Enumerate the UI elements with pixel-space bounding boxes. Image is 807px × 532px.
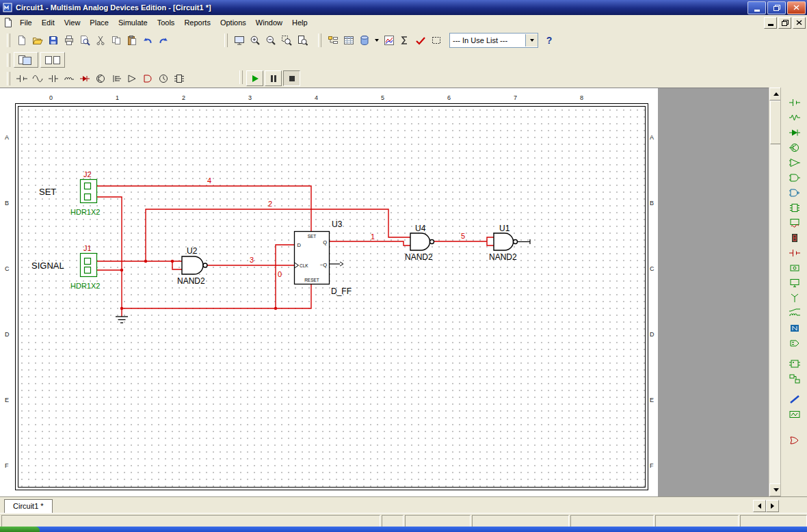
virtual-opamp-button[interactable] <box>124 71 140 86</box>
component-u2[interactable]: U2 NAND2 <box>177 246 207 286</box>
place-bus-button[interactable] <box>786 393 803 406</box>
net-label-0[interactable]: 0 <box>278 270 282 278</box>
virtual-power-source-button[interactable] <box>14 71 29 86</box>
copy-button[interactable] <box>108 33 124 48</box>
component-u4[interactable]: U4 NAND2 <box>405 224 434 262</box>
refdes-j1[interactable]: J1 <box>83 244 92 252</box>
mdi-restore-button[interactable] <box>778 17 791 29</box>
menu-tools[interactable]: Tools <box>153 16 180 29</box>
virtual-signal-source-button[interactable] <box>29 71 45 86</box>
zoom-in-button[interactable] <box>247 33 263 48</box>
grapher-button[interactable] <box>381 33 397 48</box>
database-manager-button[interactable] <box>356 33 372 48</box>
paste-button[interactable] <box>124 33 140 48</box>
place-indicator-button[interactable] <box>786 231 803 245</box>
place-diode-button[interactable] <box>786 126 803 139</box>
menu-window[interactable]: Window <box>251 16 287 29</box>
schematic-canvas[interactable]: 0 1 2 3 4 5 6 7 8 A B C D E F A B C D E … <box>0 88 769 497</box>
zoom-out-button[interactable] <box>263 33 278 48</box>
virtual-capacitor-button[interactable] <box>45 71 61 86</box>
minimize-button[interactable] <box>748 1 766 14</box>
place-transistor-button[interactable] <box>786 141 803 155</box>
part-label-u3[interactable]: D_FF <box>331 287 352 296</box>
show-design-toolbox-button[interactable] <box>14 52 38 68</box>
print-button[interactable] <box>61 33 77 48</box>
scroll-left-button[interactable] <box>753 500 766 512</box>
net-label-3[interactable]: 3 <box>250 256 254 264</box>
split-view-button[interactable] <box>40 52 65 68</box>
vertical-scrollbar[interactable] <box>769 88 781 496</box>
undo-button[interactable] <box>140 33 155 48</box>
refdes-u1[interactable]: U1 <box>499 224 510 233</box>
wire-net-4[interactable] <box>96 186 311 231</box>
in-use-list-combobox[interactable]: --- In Use List --- <box>449 33 538 48</box>
place-misc-button[interactable] <box>786 261 803 275</box>
menu-simulate[interactable]: Simulate <box>114 16 153 29</box>
wire-net-1[interactable] <box>330 241 410 245</box>
mdi-close-button[interactable] <box>793 17 806 29</box>
place-cmos-button[interactable] <box>786 186 803 200</box>
print-preview-button[interactable] <box>77 33 92 48</box>
label-signal[interactable]: SIGNAL <box>31 261 64 271</box>
place-misc-digital-button[interactable] <box>786 201 803 215</box>
wire-reset-to-ground[interactable] <box>122 284 311 308</box>
toolbar-grip[interactable] <box>7 53 10 67</box>
logic-converter-button[interactable] <box>786 434 803 447</box>
place-advanced-peripherals-button[interactable] <box>786 276 803 290</box>
toolbar-grip[interactable] <box>239 70 243 84</box>
wire-u2-input-tie[interactable] <box>172 261 182 269</box>
zoom-area-button[interactable] <box>278 33 294 48</box>
virtual-ic-button[interactable] <box>171 71 187 86</box>
component-u3[interactable]: SET D Q CLK ~Q RESET U3 D_FF <box>295 220 352 296</box>
place-mcu-button[interactable] <box>786 357 803 371</box>
run-simulation-button[interactable] <box>246 70 263 86</box>
place-rf-button[interactable] <box>786 291 803 305</box>
refdes-u3[interactable]: U3 <box>332 220 343 229</box>
part-label-u1[interactable]: NAND2 <box>489 252 517 262</box>
place-hierarchical-button[interactable] <box>786 372 803 386</box>
place-mixed-button[interactable] <box>786 216 803 230</box>
menu-edit[interactable]: Edit <box>37 16 59 29</box>
refdes-u4[interactable]: U4 <box>415 224 426 233</box>
cut-button[interactable] <box>92 33 108 48</box>
database-dropdown-button[interactable] <box>372 33 381 48</box>
virtual-mosfet-button[interactable] <box>108 71 124 86</box>
part-label-u2[interactable]: NAND2 <box>177 276 205 286</box>
virtual-gate-button[interactable] <box>140 71 155 86</box>
component-j1[interactable]: J1 HDR1X2 <box>70 244 100 290</box>
help-button[interactable]: ? <box>542 33 557 48</box>
wire-u1-input-tie[interactable] <box>487 237 494 245</box>
menu-help[interactable]: Help <box>287 16 313 29</box>
menu-options[interactable]: Options <box>215 16 251 29</box>
place-basic-button[interactable] <box>786 111 803 124</box>
pause-simulation-button[interactable] <box>265 70 282 86</box>
place-electromechanical-button[interactable] <box>786 306 803 320</box>
close-button[interactable] <box>787 1 806 14</box>
windows-taskbar[interactable] <box>0 527 807 532</box>
toolbar-grip[interactable] <box>318 34 321 47</box>
save-button[interactable] <box>45 33 61 48</box>
menu-view[interactable]: View <box>59 16 85 29</box>
place-ni-component-button[interactable] <box>786 321 803 335</box>
toolbar-grip[interactable] <box>224 34 228 47</box>
open-button[interactable] <box>29 33 45 48</box>
net-label-2[interactable]: 2 <box>268 200 272 208</box>
stop-simulation-button[interactable] <box>283 70 300 86</box>
zoom-full-button[interactable] <box>231 33 247 48</box>
design-toolbox-button[interactable] <box>325 33 341 48</box>
menu-place[interactable]: Place <box>85 16 114 29</box>
net-label-1[interactable]: 1 <box>371 232 375 241</box>
component-j2[interactable]: J2 HDR1X2 <box>70 170 100 216</box>
virtual-transistor-button[interactable] <box>92 71 108 86</box>
start-button[interactable] <box>0 527 40 532</box>
zoom-fit-button[interactable] <box>294 33 310 48</box>
wire-j2-to-ground[interactable] <box>96 197 122 317</box>
place-ttl-button[interactable] <box>786 171 803 185</box>
refdes-j2[interactable]: J2 <box>83 170 92 178</box>
virtual-inductor-button[interactable] <box>61 71 77 86</box>
place-source-button[interactable] <box>786 96 803 109</box>
part-label-u4[interactable]: NAND2 <box>405 252 433 262</box>
ground-symbol[interactable] <box>116 317 128 323</box>
electrical-rules-check-button[interactable] <box>412 33 428 48</box>
place-connector-button[interactable] <box>786 336 803 350</box>
